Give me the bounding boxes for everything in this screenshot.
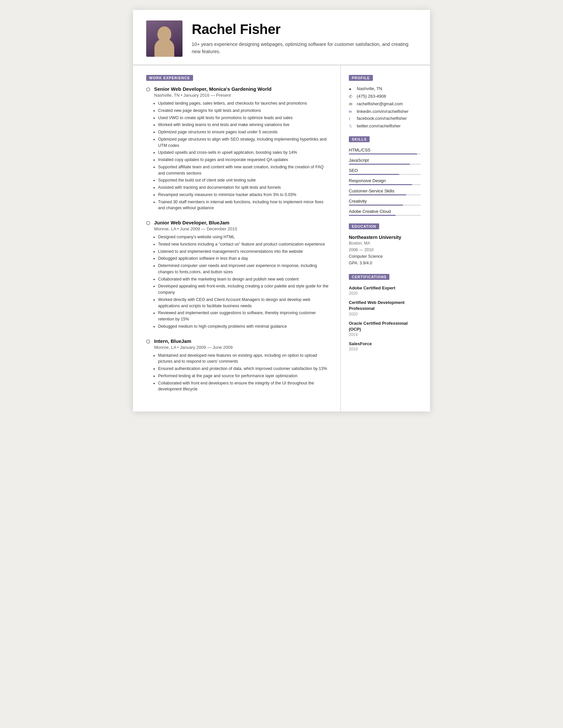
- cert-item-1: Certified Web Development Professional 2…: [349, 300, 421, 316]
- list-item: Ensured authentication and protection of…: [158, 366, 330, 372]
- cert-year-3: 2019: [349, 347, 421, 351]
- skill-name-3: Responsive Design: [349, 178, 421, 183]
- job-title-2: Junior Web Developer, BlueJam: [154, 220, 229, 225]
- job-dot-1: [146, 87, 150, 91]
- facebook-icon: f: [349, 116, 354, 121]
- skill-item-2: SEO: [349, 168, 421, 175]
- job-block-1: Senior Web Developer, Monica's Gardening…: [146, 86, 330, 211]
- list-item: Used VWO to create split tests for promo…: [158, 115, 330, 121]
- right-column: PROFILE ● Nashville, TN ✆ (475) 263-4908…: [341, 65, 430, 366]
- list-item: Worked with testing teams to end tests a…: [158, 122, 330, 128]
- profile-section: PROFILE ● Nashville, TN ✆ (475) 263-4908…: [349, 75, 421, 129]
- list-item: Collaborated with front end developers t…: [158, 380, 330, 393]
- job-dot-3: [146, 340, 150, 344]
- skill-item-0: HTML/CSS: [349, 148, 421, 154]
- list-item: Collaborated with the marketing team to …: [158, 276, 330, 282]
- cert-name-0: Adobe Certified Expert: [349, 285, 421, 291]
- work-experience-label: WORK EXPERIENCE: [146, 75, 193, 81]
- candidate-name: Rachel Fisher: [192, 22, 417, 37]
- skill-name-4: Customer-Service Skills: [349, 188, 421, 193]
- job-meta-3: Monroe, LA • January 2009 — June 2009: [154, 345, 330, 350]
- edu-years: 2006 — 2010: [349, 247, 421, 253]
- job-dot-2: [146, 221, 150, 225]
- list-item: Assisted with tracking and documentation…: [158, 184, 330, 191]
- list-item: Trained 30 staff members in internal web…: [158, 199, 330, 212]
- cert-year-2: 2019: [349, 332, 421, 337]
- phone-icon: ✆: [349, 94, 354, 99]
- list-item: Debugged application software​ in less t…: [158, 255, 330, 262]
- list-item: Created new page designs for split tests…: [158, 108, 330, 114]
- skill-bar-bg-5: [349, 205, 421, 206]
- cert-name-1: Certified Web Development Professional: [349, 300, 421, 312]
- list-item: Updated landing pages, sales letters, an…: [158, 100, 330, 107]
- skill-bar-fill-1: [349, 164, 410, 165]
- location-icon: ●: [349, 86, 354, 92]
- skill-bar-bg-3: [349, 184, 421, 185]
- linkedin-text: linkedin.com/in/rachelfisher: [357, 109, 409, 114]
- certifications-label: CERTIFICATIONS: [349, 274, 389, 280]
- list-item: Updated upsells and cross-sells in upsel…: [158, 149, 330, 156]
- cert-item-2: Oracle Certified Professional (OCP) 2019: [349, 320, 421, 337]
- job-header-2: Junior Web Developer, BlueJam: [146, 220, 330, 225]
- location-text: Nashville, TN: [357, 86, 382, 91]
- phone-text: (475) 263-4908: [357, 94, 386, 99]
- skill-name-5: Creativity: [349, 199, 421, 204]
- cert-year-1: 2020: [349, 312, 421, 316]
- skill-item-5: Creativity: [349, 199, 421, 206]
- skill-bar-bg-1: [349, 164, 421, 165]
- education-label: EDUCATION: [349, 223, 379, 229]
- email-icon: ✉: [349, 102, 354, 107]
- list-item: Supported affiliate team and content wit…: [158, 164, 330, 177]
- list-item: Revamped security measures to minimize h…: [158, 192, 330, 198]
- job-header-3: Intern, BlueJam: [146, 338, 330, 344]
- skill-name-0: HTML/CSS: [349, 148, 421, 152]
- body-columns: WORK EXPERIENCE Senior Web Developer, Mo…: [133, 65, 430, 412]
- job-header-1: Senior Web Developer, Monica's Gardening…: [146, 86, 330, 92]
- skill-item-3: Responsive Design: [349, 178, 421, 185]
- cert-name-3: SalesForce: [349, 341, 421, 347]
- cert-item-0: Adobe Certified Expert 2020: [349, 285, 421, 296]
- skill-item-4: Customer-Service Skills: [349, 188, 421, 195]
- job-bullets-2: Designed company's website using HTML Te…: [158, 234, 330, 330]
- job-block-3: Intern, BlueJam Monroe, LA • January 200…: [146, 338, 330, 393]
- edu-gpa: GPA: 3.9/4.0: [349, 260, 421, 266]
- list-item: Performed testing at the page and source…: [158, 373, 330, 379]
- skill-bar-fill-3: [349, 184, 412, 185]
- skill-bar-fill-5: [349, 205, 403, 206]
- edu-city: Boston, MA: [349, 240, 421, 247]
- list-item: Maintained and developed new features on…: [158, 352, 330, 365]
- list-item: Listened to and implemented management's…: [158, 248, 330, 255]
- cert-name-2: Oracle Certified Professional (OCP): [349, 320, 421, 332]
- list-item: Optimized page structures to ensure page…: [158, 129, 330, 135]
- cert-year-0: 2020: [349, 291, 421, 296]
- list-item: Designed company's website using HTML: [158, 234, 330, 240]
- job-title-3: Intern, BlueJam: [154, 338, 191, 344]
- profile-facebook: f facebook.com/rachelfisher: [349, 116, 421, 121]
- list-item: Installed copy updates to pages and inco…: [158, 157, 330, 163]
- skill-bar-fill-6: [349, 215, 396, 216]
- list-item: Determined computer user needs and impro…: [158, 263, 330, 275]
- skill-name-2: SEO: [349, 168, 421, 173]
- job-bullets-3: Maintained and developed new features on…: [158, 352, 330, 393]
- profile-email: ✉ rachelfisher@gmail.com: [349, 101, 421, 107]
- list-item: Worked directly with CEO and Client Acco…: [158, 297, 330, 309]
- list-item: Supported the build out of client side u…: [158, 177, 330, 183]
- linkedin-icon: in: [349, 109, 354, 113]
- job-bullets-1: Updated landing pages, sales letters, an…: [158, 100, 330, 211]
- profile-phone: ✆ (475) 263-4908: [349, 94, 421, 99]
- skill-name-6: Adobe Creative Cloud: [349, 209, 421, 214]
- skill-name-1: JavaScript: [349, 158, 421, 163]
- edu-school: Northeastern University: [349, 235, 421, 240]
- candidate-tagline: 10+ years experience designing webpages,…: [192, 41, 417, 55]
- twitter-text: twitter.com/rachelfisher: [357, 123, 401, 128]
- list-item: Developed appealing web front-ends, incl…: [158, 283, 330, 296]
- avatar: [146, 20, 182, 57]
- job-block-2: Junior Web Developer, BlueJam Monroe, LA…: [146, 220, 330, 330]
- profile-label: PROFILE: [349, 75, 373, 81]
- skill-bar-bg-6: [349, 215, 421, 216]
- skill-bar-fill-2: [349, 174, 399, 175]
- header-text: Rachel Fisher 10+ years experience desig…: [192, 22, 417, 55]
- skill-item-6: Adobe Creative Cloud: [349, 209, 421, 216]
- list-item: Optimized page structures to align with …: [158, 136, 330, 149]
- header-section: Rachel Fisher 10+ years experience desig…: [133, 10, 430, 65]
